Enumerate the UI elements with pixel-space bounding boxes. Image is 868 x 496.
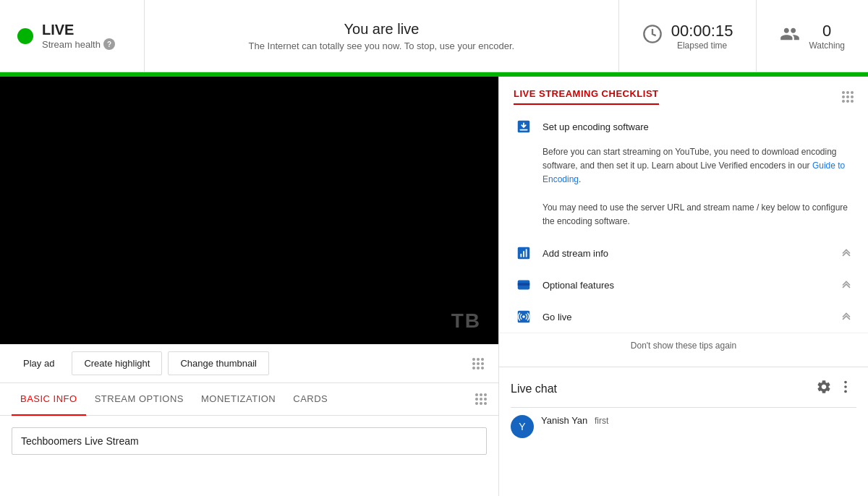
stream-title-input[interactable] bbox=[12, 427, 487, 455]
svg-rect-5 bbox=[523, 251, 524, 257]
encoding-description: Before you can start streaming on YouTub… bbox=[499, 142, 868, 237]
video-toolbar-grid-icon[interactable] bbox=[469, 355, 487, 372]
stream-info-label: Add stream info bbox=[542, 248, 839, 259]
chat-content: Yanish Yan first bbox=[541, 415, 608, 426]
people-icon bbox=[780, 24, 800, 48]
watching-label: Watching bbox=[809, 40, 845, 51]
svg-rect-4 bbox=[520, 254, 522, 257]
card-icon bbox=[514, 275, 534, 295]
live-label: LIVE bbox=[42, 22, 115, 38]
svg-rect-8 bbox=[518, 283, 530, 286]
go-live-expand-icon[interactable] bbox=[839, 308, 854, 326]
watching-section: 0 Watching bbox=[757, 0, 868, 72]
chat-settings-button[interactable] bbox=[813, 376, 835, 401]
left-panel: TB Play ad Create highlight Change thumb… bbox=[0, 77, 499, 496]
you-are-live-title: You are live bbox=[344, 21, 420, 38]
chat-timestamp: first bbox=[595, 416, 608, 426]
live-chat-section: Live chat Y Y bbox=[499, 367, 868, 496]
clock-icon bbox=[642, 24, 663, 48]
go-live-label: Go live bbox=[542, 312, 839, 322]
stream-info-expand-icon[interactable] bbox=[839, 244, 854, 262]
checklist-grid-icon[interactable] bbox=[842, 91, 854, 103]
svg-rect-6 bbox=[526, 249, 527, 257]
top-bar: LIVE Stream health ? You are live The In… bbox=[0, 0, 868, 72]
chart-icon bbox=[514, 243, 534, 263]
checklist-header: LIVE STREAMING CHECKLIST bbox=[499, 77, 868, 111]
change-thumbnail-button[interactable]: Change thumbnail bbox=[168, 351, 269, 375]
optional-features-label: Optional features bbox=[542, 280, 839, 291]
stream-health: Stream health ? bbox=[42, 38, 115, 50]
live-text-block: LIVE Stream health ? bbox=[42, 22, 115, 50]
chat-message: Y Yanish Yan first bbox=[511, 408, 856, 445]
main-content: TB Play ad Create highlight Change thumb… bbox=[0, 77, 868, 496]
checklist-section: LIVE STREAMING CHECKLIST bbox=[499, 77, 868, 367]
checklist-item-stream-info[interactable]: Add stream info bbox=[499, 237, 868, 269]
tabs-grid-icon[interactable] bbox=[475, 393, 487, 405]
watching-block: 0 Watching bbox=[809, 22, 845, 51]
watching-count: 0 bbox=[822, 22, 831, 40]
checklist-title: LIVE STREAMING CHECKLIST bbox=[514, 88, 659, 105]
form-area bbox=[0, 416, 498, 496]
svg-point-10 bbox=[522, 315, 525, 318]
live-chat-title: Live chat bbox=[511, 382, 813, 395]
checklist-item-encoding[interactable]: Set up encoding software bbox=[499, 111, 868, 142]
tab-cards[interactable]: CARDS bbox=[284, 383, 336, 416]
chat-more-button[interactable] bbox=[835, 376, 856, 401]
tabs-bar: BASIC INFO STREAM OPTIONS MONETIZATION C… bbox=[0, 383, 498, 416]
right-panel: LIVE STREAMING CHECKLIST bbox=[499, 77, 868, 496]
stream-health-help-icon[interactable]: ? bbox=[103, 38, 115, 50]
svg-point-11 bbox=[844, 381, 847, 384]
download-icon bbox=[514, 116, 534, 137]
tab-monetization[interactable]: MONETIZATION bbox=[192, 383, 284, 416]
optional-features-expand-icon[interactable] bbox=[839, 276, 854, 294]
live-indicator bbox=[17, 28, 33, 44]
svg-point-12 bbox=[844, 385, 847, 388]
live-section: LIVE Stream health ? bbox=[0, 0, 145, 72]
dont-show-tips[interactable]: Don't show these tips again bbox=[499, 333, 868, 358]
checklist-item-optional-features[interactable]: Optional features bbox=[499, 269, 868, 301]
you-are-live-subtitle: The Internet can totally see you now. To… bbox=[249, 40, 515, 51]
video-toolbar: Play ad Create highlight Change thumbnai… bbox=[0, 344, 498, 383]
avatar: Y bbox=[511, 415, 534, 438]
create-highlight-button[interactable]: Create highlight bbox=[72, 351, 162, 375]
elapsed-section: 00:00:15 Elapsed time bbox=[619, 0, 757, 72]
play-ad-button[interactable]: Play ad bbox=[12, 352, 66, 375]
chat-username: Yanish Yan bbox=[541, 415, 587, 426]
live-chat-header: Live chat bbox=[511, 367, 856, 408]
svg-point-13 bbox=[844, 390, 847, 393]
signal-icon bbox=[514, 307, 534, 327]
elapsed-time: 00:00:15 bbox=[671, 22, 733, 40]
checklist-item-go-live[interactable]: Go live bbox=[499, 301, 868, 333]
video-player: TB bbox=[0, 77, 498, 344]
encoding-label: Set up encoding software bbox=[542, 121, 854, 132]
elapsed-label: Elapsed time bbox=[677, 40, 727, 51]
tab-basic-info[interactable]: BASIC INFO bbox=[12, 383, 86, 416]
video-watermark: TB bbox=[451, 309, 481, 333]
chat-user-line: Yanish Yan first bbox=[541, 415, 608, 426]
elapsed-block: 00:00:15 Elapsed time bbox=[671, 22, 733, 51]
you-are-live-section: You are live The Internet can totally se… bbox=[145, 0, 619, 72]
tab-stream-options[interactable]: STREAM OPTIONS bbox=[86, 383, 192, 416]
stream-health-label: Stream health bbox=[42, 39, 101, 50]
